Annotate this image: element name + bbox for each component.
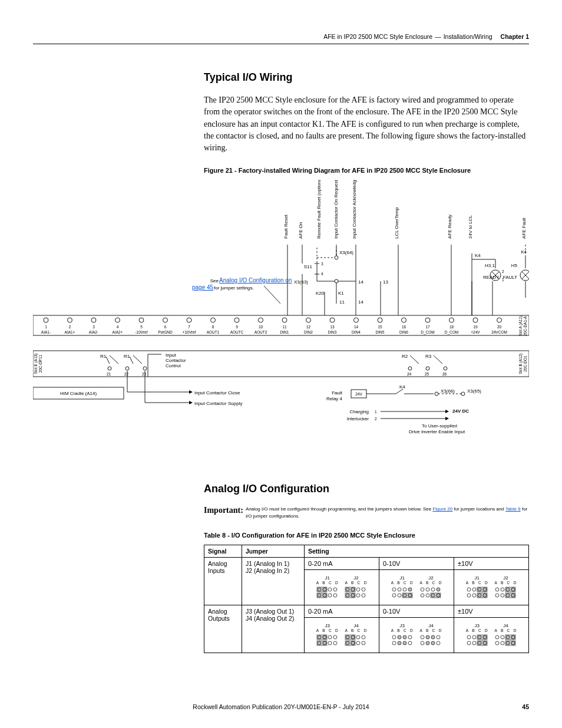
svg-point-278: [511, 594, 515, 597]
svg-text:11: 11: [339, 299, 345, 305]
svg-text:Slot B (A12): Slot B (A12): [518, 354, 523, 374]
svg-text:17: 17: [425, 325, 430, 329]
table-caption: Table 8 - I/O Configuration for AFE in I…: [204, 532, 529, 539]
svg-line-137: [110, 355, 118, 364]
svg-text:24V: 24V: [355, 392, 362, 396]
svg-point-248: [431, 594, 435, 597]
svg-point-312: [398, 641, 401, 645]
svg-point-316: [426, 635, 429, 639]
svg-text:2: 2: [69, 325, 71, 329]
svg-text:for jumper settings.: for jumper settings.: [214, 285, 254, 291]
svg-point-305: [356, 641, 360, 645]
svg-text:DIN3: DIN3: [328, 330, 337, 334]
svg-text:AOUTC: AOUTC: [230, 330, 244, 334]
svg-line-164: [434, 355, 442, 364]
svg-text:To User-supplied: To User-supplied: [422, 423, 457, 429]
svg-text:K4: K4: [521, 249, 527, 255]
svg-text:4: 4: [321, 272, 323, 276]
svg-point-250: [437, 594, 440, 597]
svg-point-46: [402, 318, 406, 322]
jumper-block-J4: J4 A B C D: [494, 623, 518, 649]
svg-point-343: [511, 635, 515, 639]
svg-text:X3(64): X3(64): [339, 250, 353, 255]
svg-point-43: [378, 318, 382, 322]
svg-line-200: [264, 286, 280, 304]
svg-text:AFE Fault: AFE Fault: [521, 218, 527, 239]
svg-point-344: [495, 641, 499, 645]
svg-text:Input Contactor Supply: Input Contactor Supply: [194, 401, 242, 406]
svg-text:6: 6: [164, 325, 167, 329]
svg-text:AIA1-: AIA1-: [41, 330, 51, 334]
svg-text:K4: K4: [399, 384, 405, 390]
svg-text:AFE On: AFE On: [298, 222, 303, 239]
svg-point-298: [356, 635, 360, 639]
svg-point-321: [431, 641, 435, 645]
svg-text:7: 7: [188, 325, 190, 329]
svg-text:Slot A (A11): Slot A (A11): [518, 316, 523, 336]
svg-point-255: [478, 588, 481, 591]
section-heading-analog-io: Analog I/O Configuration: [204, 483, 529, 495]
svg-text:K20: K20: [316, 291, 325, 296]
svg-text:23: 23: [142, 372, 147, 376]
svg-point-350: [511, 641, 515, 645]
svg-point-315: [421, 635, 424, 639]
page-number: 45: [522, 703, 529, 710]
svg-point-145: [143, 367, 147, 370]
svg-line-140: [133, 355, 142, 364]
svg-point-239: [408, 594, 412, 597]
svg-point-13: [139, 318, 144, 322]
jumper-block-J3: J3 A B C D: [465, 623, 489, 649]
svg-text:D_COM: D_COM: [421, 330, 434, 335]
svg-text:Input: Input: [166, 353, 177, 358]
svg-point-266: [501, 588, 504, 591]
svg-text:+24V: +24V: [471, 330, 480, 334]
svg-point-252: [472, 588, 476, 591]
svg-point-16: [163, 318, 168, 322]
col-signal: Signal: [204, 545, 242, 557]
svg-point-265: [495, 588, 499, 591]
svg-point-314: [408, 641, 412, 645]
svg-text:12: 12: [306, 325, 311, 329]
svg-text:13: 13: [383, 279, 388, 285]
svg-text:R1: R1: [124, 354, 130, 359]
page-header: AFE in IP20 2500 MCC Style Enclosure — I…: [33, 33, 529, 44]
breadcrumb-section: AFE in IP20 2500 MCC Style Enclosure: [323, 33, 432, 40]
mode-0-20ma: 0-20 mA: [305, 557, 379, 569]
svg-text:4: 4: [117, 325, 119, 329]
svg-point-281: [318, 635, 321, 639]
svg-point-226: [351, 594, 355, 597]
svg-point-230: [398, 588, 401, 591]
svg-point-336: [483, 641, 487, 645]
col-jumper: Jumper: [242, 545, 305, 557]
svg-point-217: [346, 588, 349, 591]
ao-0-10v-diagram: J3 A B C D J4 A B C D: [379, 617, 454, 653]
svg-text:14: 14: [358, 299, 363, 305]
ai-0-20ma-diagram: J1 A B C D J2 A B C D: [305, 569, 379, 605]
svg-point-205: [323, 588, 326, 591]
mode-0-20ma-out: 0-20 mA: [305, 605, 379, 617]
svg-point-244: [421, 594, 424, 597]
svg-point-55: [473, 318, 478, 322]
svg-text:DIN2: DIN2: [304, 330, 313, 334]
svg-point-331: [472, 641, 476, 645]
svg-text:AIA2-: AIA2-: [89, 330, 98, 334]
svg-point-276: [506, 594, 510, 597]
svg-line-177: [396, 389, 403, 394]
table-8-link[interactable]: Table 8: [505, 506, 521, 512]
svg-point-25: [234, 318, 239, 322]
svg-point-308: [398, 635, 401, 639]
svg-text:9: 9: [236, 325, 238, 329]
svg-point-52: [449, 318, 454, 322]
jumper-block-J4: J4 A B C D: [344, 623, 368, 649]
svg-point-307: [392, 635, 396, 639]
svg-text:AOUT1: AOUT1: [207, 330, 220, 334]
svg-text:24: 24: [407, 372, 412, 376]
section-heading-typical-io: Typical I/O Wiring: [204, 71, 529, 84]
svg-point-272: [495, 594, 499, 597]
body-paragraph: The IP20 2500 MCC Style enclosure for th…: [204, 94, 529, 154]
figure-20-link[interactable]: Figure 20: [432, 506, 452, 512]
svg-text:Slot E (A13): Slot E (A13): [34, 354, 38, 374]
svg-point-10: [115, 318, 120, 322]
jumper-block-J2: J2 A B C D: [494, 575, 518, 601]
svg-point-166: [408, 367, 412, 370]
